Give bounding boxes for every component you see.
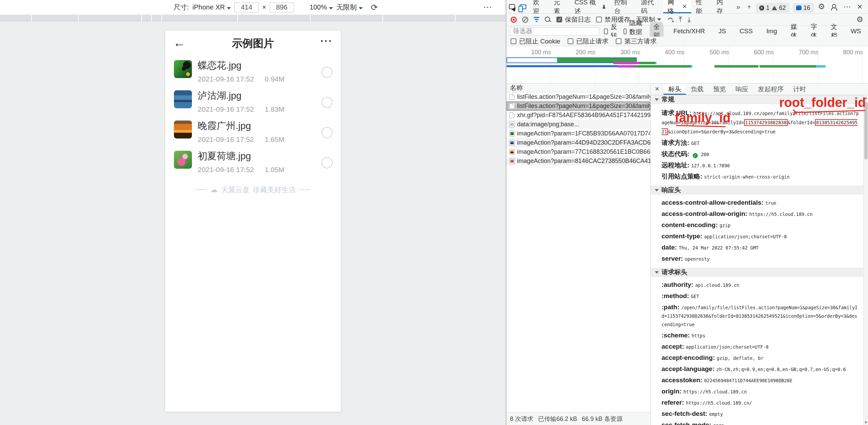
section-header-general[interactable]: 常规 [651, 95, 863, 104]
request-type-filter[interactable]: Fetch/XHR [670, 27, 709, 36]
header-row: accept: application/json;charset=UTF-8 [662, 341, 860, 352]
request-name: data:image/png;base... [517, 121, 579, 128]
waterfall-bar [507, 65, 637, 67]
devtools-tab[interactable]: CSS 概述 [570, 0, 610, 13]
viewport-width-input[interactable] [234, 2, 259, 13]
header-row: server: openresty [662, 253, 860, 264]
file-select-circle[interactable] [321, 97, 333, 108]
file-size: 0.94M [265, 75, 284, 83]
blocked-cookies-checkbox[interactable]: 已阻止 Cookie [511, 37, 560, 46]
request-row[interactable]: xhr.gif?pid=F8754AEF58364B96A451F1744219… [507, 111, 650, 120]
file-select-circle[interactable] [321, 157, 333, 168]
file-list-item[interactable]: 蝶恋花.jpg 2021-09-16 17:52 0.94M [165, 58, 341, 89]
zoom-select[interactable]: 100% [310, 3, 333, 11]
devtools-tab[interactable]: 网络 [663, 0, 691, 13]
request-type-filter[interactable]: Img [763, 27, 781, 36]
record-network-log-button[interactable] [511, 17, 517, 23]
header-row: :path: /open/family/file/listFiles.actio… [662, 302, 860, 330]
file-list-item[interactable]: 泸沽湖.jpg 2021-09-16 17:52 1.83M [165, 89, 341, 119]
devtools-tab[interactable]: 元素 [549, 0, 570, 13]
preserve-log-checkbox[interactable]: 保留日志 [556, 15, 591, 24]
request-row[interactable]: listFiles.action?pageNum=1&pageSize=30&f… [507, 92, 650, 101]
scroll-down-icon[interactable] [864, 420, 868, 424]
header-value: zh-CN,zh;q=0.9,en;q=0.8,en-GB;q=0.7,en-U… [716, 367, 846, 372]
close-devtools-icon[interactable] [855, 3, 866, 11]
close-detail-icon[interactable] [651, 84, 664, 95]
rotate-device-icon[interactable] [371, 3, 378, 12]
device-select[interactable]: iPhone XR [193, 3, 231, 11]
third-party-checkbox[interactable]: 第三方请求 [616, 37, 656, 46]
header-name: sec-fetch-mode: [662, 421, 711, 425]
devtools-tab[interactable]: 控制台 [610, 0, 636, 13]
add-tab-icon[interactable]: + [744, 0, 754, 13]
file-thumbnail [174, 60, 192, 78]
file-meta: 2021-09-16 17:52 1.65M [198, 135, 341, 144]
message-count: 16 [804, 4, 810, 12]
devtools-menu-icon[interactable] [841, 2, 853, 11]
timeline-tick-label: 200 ms [574, 49, 597, 56]
tab-label: 网络 [668, 0, 679, 16]
section-header-response[interactable]: 响应头 [651, 186, 863, 195]
scrollbar-thumb[interactable] [864, 102, 868, 160]
devtools-tab[interactable]: 源代码 [636, 0, 663, 13]
request-row[interactable]: imageAction?param=8146CAC2738550B46CA413… [507, 156, 650, 166]
chevron-down-icon [329, 7, 333, 10]
header-name: :path: [662, 303, 679, 311]
throttle-select[interactable]: 无限制 [336, 3, 363, 12]
request-row[interactable]: listFiles.action?pageNum=1&pageSize=30&f… [507, 101, 650, 111]
detail-tab[interactable]: 标头 [664, 84, 686, 95]
feedback-person-icon[interactable] [831, 4, 836, 10]
request-list-header[interactable]: 名称 [507, 84, 650, 92]
scroll-up-icon[interactable] [864, 96, 868, 100]
settings-gear-icon[interactable] [816, 2, 827, 11]
header-value: strict-origin-when-cross-origin [704, 174, 790, 180]
detail-scrollbar[interactable] [863, 95, 868, 425]
request-type-filter[interactable]: JS [715, 27, 730, 36]
request-row[interactable]: imageAction?param=1FC85B93D56AA07017D744… [507, 129, 650, 138]
request-type-filter[interactable]: WS [847, 27, 865, 36]
header-name: access-control-allow-origin: [662, 210, 747, 217]
more-tabs-icon[interactable]: » [733, 0, 744, 13]
more-menu-icon[interactable] [320, 35, 333, 47]
network-overview-timeline[interactable]: 100 ms200 ms300 ms400 ms500 ms600 ms700 … [507, 46, 868, 84]
file-select-circle[interactable] [321, 67, 333, 78]
file-list-item[interactable]: 晚霞广州.jpg 2021-09-16 17:52 1.65M [165, 119, 341, 149]
filter-icon[interactable] [534, 17, 539, 22]
file-list-item[interactable]: 初夏荷塘.jpg 2021-09-16 17:52 1.05M [165, 149, 341, 179]
request-row[interactable]: imageAction?param=77C1688320561E1BC0B66C… [507, 147, 650, 156]
detail-tab[interactable]: 负载 [686, 84, 708, 95]
request-row[interactable]: data:image/png;base... [507, 120, 650, 129]
close-tab-icon[interactable] [682, 3, 687, 10]
blocked-requests-checkbox[interactable]: 已阻止请求 [568, 37, 608, 46]
detail-tabbar: 标头负载预览响应发起程序计时 [651, 84, 868, 95]
section-header-request[interactable]: 请求标头 [651, 268, 863, 277]
messages-badge[interactable]: 16 [793, 3, 813, 12]
request-row[interactable]: imageAction?param=44D94D230C2DFFA3ACD689… [507, 138, 650, 147]
detail-tab[interactable]: 预览 [708, 84, 731, 95]
issues-badge[interactable]: 1 62 [756, 3, 789, 12]
header-value: 0224569484711D744AEE90E1098DB28E [704, 378, 792, 383]
file-size: 1.05M [265, 166, 284, 173]
filter-input[interactable] [510, 27, 599, 36]
devtools-tab[interactable]: 内存 [712, 0, 733, 13]
detail-tab[interactable]: 发起程序 [753, 84, 788, 95]
file-select-circle[interactable] [321, 127, 333, 138]
search-icon[interactable] [545, 17, 551, 23]
request-type-filter[interactable]: CSS [736, 27, 756, 36]
toggle-device-toolbar-button[interactable] [517, 0, 528, 13]
family-id-highlight: 115374293882838 [744, 119, 788, 126]
header-name: :scheme: [662, 332, 690, 339]
clear-network-log-icon[interactable] [522, 17, 528, 23]
detail-tab[interactable]: 计时 [788, 84, 811, 95]
viewport-height-input[interactable] [270, 2, 294, 13]
device-size-label: 尺寸: [174, 3, 189, 12]
device-toolbar-more-icon[interactable] [483, 2, 492, 13]
devtools-tab[interactable]: 性能 [691, 0, 712, 13]
file-date: 2021-09-16 17:52 [198, 105, 254, 113]
back-icon[interactable] [173, 37, 185, 49]
inspect-element-button[interactable] [507, 0, 517, 13]
file-thumbnail [174, 121, 192, 138]
header-name: origin: [662, 388, 682, 395]
detail-tab[interactable]: 响应 [731, 84, 753, 95]
devtools-tab[interactable]: 欢迎 [529, 0, 549, 13]
